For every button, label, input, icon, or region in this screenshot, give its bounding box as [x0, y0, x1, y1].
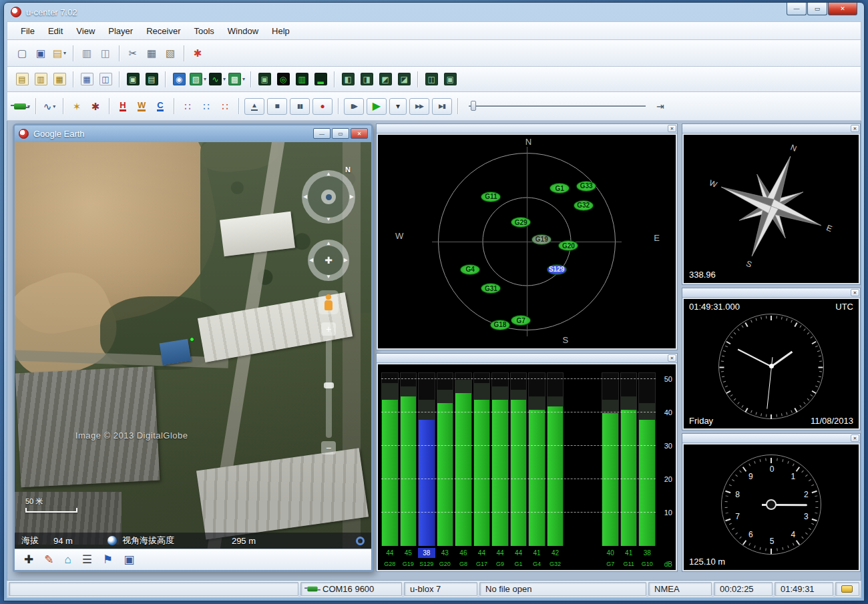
fullscreen-view-icon[interactable]: ▣ — [441, 70, 459, 88]
sky-view-titlebar[interactable]: ✕ — [377, 124, 677, 133]
cut-icon[interactable]: ✂ — [124, 44, 142, 62]
playback-slider[interactable] — [469, 99, 646, 113]
status-receiver[interactable]: u-blox 7 — [404, 582, 477, 596]
play-mode-dropdown[interactable]: ▾ — [389, 98, 407, 115]
histogram-view-icon[interactable]: ▂ — [312, 70, 329, 88]
dock-right-icon[interactable]: ◨ — [358, 70, 375, 88]
warmstart-icon[interactable]: W — [133, 97, 150, 115]
record-button[interactable]: ● — [312, 98, 333, 115]
open-file-icon[interactable]: ▤▾ — [51, 44, 68, 62]
save-map-icon[interactable]: ▣ — [124, 554, 134, 565]
satellite-imagery[interactable]: Image © 2013 DigitalGlobe 50 米 N ▲ ▼ ◀ ▶ — [15, 142, 371, 549]
copy-icon[interactable]: ▦ — [143, 44, 160, 62]
about-icon[interactable]: ✱ — [189, 44, 206, 62]
status-port[interactable]: COM16 9600 — [300, 582, 402, 596]
play-button[interactable]: ▶ — [367, 98, 387, 115]
compass-titlebar[interactable]: ✕ — [682, 124, 860, 133]
status-file[interactable]: No file open — [479, 582, 646, 596]
close-icon[interactable]: ✕ — [851, 434, 859, 442]
coldstart-icon[interactable]: C — [152, 97, 169, 115]
zoom-out-button[interactable]: − — [321, 441, 336, 455]
building-tool-icon[interactable]: ⌂ — [65, 554, 71, 565]
pause-button[interactable]: ▮▮ — [290, 98, 310, 115]
menu-receiver[interactable]: Receiver — [140, 23, 187, 39]
menu-file[interactable]: File — [14, 23, 41, 39]
minimize-button[interactable]: — — [787, 3, 807, 15]
google-earth-titlebar[interactable]: Google Earth —▭✕ — [15, 125, 371, 142]
stop-polling-icon[interactable]: ∷ — [216, 97, 234, 115]
zoom-slider-track[interactable] — [326, 339, 332, 438]
save-file-icon[interactable]: ▣ — [32, 44, 49, 62]
draw-tool-icon[interactable]: ✎ — [44, 554, 53, 565]
text-console-icon[interactable]: ▤ — [143, 70, 160, 88]
map-view-icon[interactable]: ▧▾ — [189, 70, 207, 88]
north-indicator[interactable]: N — [345, 166, 351, 174]
altitude-dial-titlebar[interactable]: ✕ — [682, 434, 860, 443]
status-logging[interactable] — [835, 582, 859, 596]
log-page-icon[interactable]: ▦ — [51, 70, 68, 88]
binary-console-icon[interactable]: ▣ — [124, 70, 142, 88]
step-button[interactable]: ▮▶ — [344, 98, 364, 115]
hotstart-icon[interactable]: H — [114, 97, 132, 115]
table-view-icon[interactable]: ▦ — [78, 70, 95, 88]
jump-end-icon[interactable]: ⇥ — [656, 101, 664, 111]
skip-end-button[interactable]: ▶▮ — [432, 98, 452, 115]
send-message-icon[interactable]: ∷ — [198, 97, 215, 115]
dock-bottom-icon[interactable]: ◪ — [395, 70, 413, 88]
menu-edit[interactable]: Edit — [41, 23, 69, 39]
move-center-icon[interactable]: ✚ — [322, 254, 335, 267]
camera-view-icon[interactable]: ▣ — [256, 70, 273, 88]
ge-minimize-button[interactable]: — — [313, 128, 331, 139]
menu-view[interactable]: View — [69, 23, 101, 39]
ge-close-button[interactable]: ✕ — [351, 128, 368, 139]
move-right-arrow-icon[interactable]: ▶ — [344, 258, 348, 263]
dropdown-arrow-icon[interactable]: ▾ — [223, 76, 226, 82]
signal-level-titlebar[interactable]: ✕ — [377, 354, 677, 363]
chart-view-icon[interactable]: ∿▾ — [208, 70, 226, 88]
look-left-arrow-icon[interactable]: ◀ — [303, 194, 307, 200]
look-joystick[interactable]: N ▲ ▼ ◀ ▶ — [302, 170, 355, 224]
look-right-arrow-icon[interactable]: ▶ — [350, 194, 354, 200]
maximize-button[interactable]: ▭ — [807, 3, 827, 15]
google-earth-view-icon[interactable]: ◉ — [170, 70, 188, 88]
title-bar[interactable]: u-center 7.02 —▭✕ — [7, 3, 861, 21]
move-up-arrow-icon[interactable]: ▲ — [326, 241, 331, 246]
import-page-icon[interactable]: ▤ — [13, 70, 31, 88]
statistic-view-icon[interactable]: ▥ — [293, 70, 310, 88]
print-icon[interactable]: ▥ — [78, 44, 95, 62]
dock-top-icon[interactable]: ◩ — [377, 70, 394, 88]
dropdown-arrow-icon[interactable]: ▾ — [53, 103, 55, 109]
close-icon[interactable]: ✕ — [668, 125, 676, 132]
close-icon[interactable]: ✕ — [668, 354, 676, 362]
look-eye-icon[interactable] — [321, 190, 336, 204]
street-view-pegman[interactable] — [318, 290, 339, 314]
move-down-arrow-icon[interactable]: ▼ — [326, 274, 331, 280]
status-elapsed[interactable]: 00:02:25 — [714, 582, 773, 596]
move-joystick[interactable]: ▲ ▼ ◀ ▶ ✚ — [308, 240, 349, 281]
move-left-arrow-icon[interactable]: ◀ — [309, 258, 313, 263]
undock-view-icon[interactable]: ◫ — [423, 70, 440, 88]
fast-forward-button[interactable]: ▶▶ — [409, 98, 429, 115]
playback-thumb[interactable] — [471, 101, 476, 111]
dock-left-icon[interactable]: ◧ — [339, 70, 357, 88]
eject-button[interactable]: ▲ — [244, 98, 264, 115]
paste-icon[interactable]: ▧ — [162, 44, 179, 62]
autobaud-wand-icon[interactable]: ✶ — [68, 97, 85, 115]
ge-maximize-button[interactable]: ▭ — [332, 128, 349, 139]
sky-view-icon[interactable]: ◎ — [274, 70, 292, 88]
export-page-icon[interactable]: ▥ — [32, 70, 49, 88]
look-down-arrow-icon[interactable]: ▼ — [326, 217, 331, 222]
placemark-tool-icon[interactable]: ⚑ — [103, 554, 113, 565]
close-button[interactable]: ✕ — [828, 3, 857, 15]
close-icon[interactable]: ✕ — [851, 125, 859, 132]
close-icon[interactable]: ✕ — [851, 289, 859, 296]
print-preview-icon[interactable]: ◫ — [97, 44, 114, 62]
baudrate-icon[interactable]: ∿▾ — [41, 97, 58, 115]
menu-help[interactable]: Help — [265, 23, 296, 39]
playback-track[interactable] — [469, 105, 646, 107]
stop-button[interactable]: ■ — [267, 98, 287, 115]
zoom-in-button[interactable]: + — [321, 322, 336, 336]
status-utc-time[interactable]: 01:49:31 — [775, 582, 833, 596]
receiver-connect-icon[interactable]: ▾ — [13, 97, 31, 115]
new-file-icon[interactable]: ▢ — [13, 44, 31, 62]
